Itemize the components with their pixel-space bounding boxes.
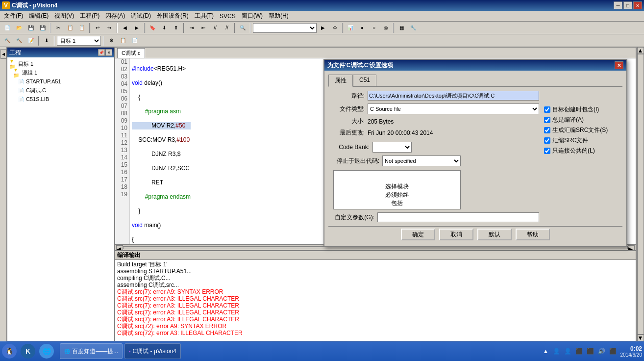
save-btn[interactable]: 💾 [25, 23, 36, 33]
settings-btn[interactable]: ⚙ [329, 23, 340, 33]
cut-btn[interactable]: ✂ [53, 23, 64, 33]
translate-btn[interactable]: 📝 [25, 35, 36, 46]
panel-close-btn[interactable]: ✕ [105, 49, 112, 56]
menu-window[interactable]: 窗口(W) [239, 11, 266, 21]
tree-file-startup[interactable]: 📄 STARTUP.A51 [9, 77, 112, 86]
menu-view[interactable]: 视图(V) [51, 11, 77, 21]
file-type-select[interactable]: C Source file [368, 103, 539, 114]
code-bank-select[interactable] [372, 142, 412, 153]
checkbox-always-compile[interactable] [544, 117, 550, 123]
taskbar-arrow-icon[interactable]: ▲ [543, 348, 549, 355]
options-target-btn[interactable]: 📋 [118, 35, 128, 46]
scroll-right-btn[interactable]: ▶ [628, 245, 635, 250]
taskbar-icon-browser[interactable]: 🌐 [39, 344, 54, 359]
exit-code-select[interactable]: Not specified [382, 155, 461, 166]
taskbar-icon-qq[interactable]: 🐧 [2, 344, 17, 359]
taskbar-app-baidu[interactable]: 🌐 百度知道——提... [60, 343, 123, 359]
scroll-left-btn[interactable]: ◀ [116, 245, 123, 250]
dialog-help-btn[interactable]: 帮助 [516, 229, 550, 240]
comment-btn[interactable]: // [210, 23, 221, 33]
taskbar-icon-k[interactable]: K [21, 344, 35, 359]
find-btn[interactable]: 🔍 [237, 23, 248, 33]
menu-svcs[interactable]: SVCS [217, 12, 239, 21]
indent-btn[interactable]: ⇥ [186, 23, 197, 33]
navigate-fwd-btn[interactable]: ▶ [131, 23, 142, 33]
menu-flash[interactable]: 闪存(A) [102, 11, 128, 21]
close-button[interactable]: ✕ [633, 1, 642, 9]
view-btn[interactable]: ▦ [396, 23, 407, 33]
sep12 [103, 36, 104, 46]
checkbox-asm-src[interactable] [544, 137, 550, 144]
open-btn[interactable]: 📂 [14, 23, 25, 33]
tree-root[interactable]: ▼📁 目标 1 [9, 59, 112, 68]
save-all-btn[interactable]: 💾 [37, 23, 48, 33]
checkbox-link-public[interactable] [544, 148, 550, 154]
navigate-back-btn[interactable]: ◀ [120, 23, 130, 33]
file-options-dialog[interactable]: 为文件'C调试.C'设置选项 ✕ 属性 C51 路径: 文件类型: [323, 59, 627, 247]
bookmark-next-btn[interactable]: ⬇ [159, 23, 170, 33]
build-output-content[interactable]: Build target '目标 1' assembling STARTUP.A… [115, 260, 636, 341]
menu-edit[interactable]: 编辑(E) [26, 11, 51, 21]
taskbar-volume-icon[interactable]: 🔊 [598, 348, 605, 355]
search-select[interactable] [253, 23, 317, 33]
logic-btn[interactable]: ○ [369, 23, 379, 33]
search-go-btn[interactable]: ▶ [318, 23, 328, 33]
side-btn-1[interactable]: ◀ [0, 49, 6, 59]
copy-btn[interactable]: 📋 [65, 23, 75, 33]
tree-file-main[interactable]: 📄 C调试.C [9, 86, 112, 95]
target-select[interactable]: 目标 1 [57, 36, 101, 46]
download-btn[interactable]: ⬇ [41, 35, 52, 46]
build-all-btn[interactable]: 🔨 [14, 35, 25, 46]
menu-bar: 文件(F) 编辑(E) 视图(V) 工程(P) 闪存(A) 调试(D) 外围设备… [0, 11, 644, 22]
options-btn[interactable]: 🔧 [408, 23, 419, 33]
maximize-button[interactable]: □ [623, 1, 632, 9]
dialog-cancel-btn[interactable]: 取消 [439, 229, 473, 240]
bookmark-btn[interactable]: 🔖 [147, 23, 158, 33]
menu-file[interactable]: 文件(F) [1, 11, 26, 21]
manage-btn[interactable]: ⚙ [106, 35, 117, 46]
checkbox-gen-src[interactable] [544, 127, 550, 133]
monitor-btn[interactable]: 📊 [345, 23, 356, 33]
path-input[interactable] [368, 91, 539, 101]
checkbox-always-compile-label: 总是编译(A) [552, 116, 584, 124]
perf-btn[interactable]: ● [357, 23, 368, 33]
vscroll-track[interactable] [637, 54, 644, 335]
power-btn[interactable]: ◎ [380, 23, 391, 33]
tree-file-main-label: C调试.C [26, 87, 46, 94]
dialog-tab-properties[interactable]: 属性 [328, 75, 353, 87]
options-file-btn[interactable]: 📄 [129, 35, 140, 46]
vscroll-up-btn[interactable]: ▲ [637, 47, 644, 54]
menu-help[interactable]: 帮助(H) [266, 11, 292, 21]
outdent-btn[interactable]: ⇤ [198, 23, 209, 33]
paste-btn[interactable]: 📋 [76, 23, 87, 33]
panel-pin-btn[interactable]: 📌 [98, 49, 105, 56]
dialog-tab-c51[interactable]: C51 [353, 75, 376, 86]
menu-peripherals[interactable]: 外围设备(R) [154, 11, 192, 21]
build-btn[interactable]: 🔨 [2, 35, 13, 46]
module-textarea: 选择模块必须始终包括 [333, 170, 461, 209]
build-line-1: Build target '目标 1' [117, 261, 634, 268]
build-line-3: compiling C调试.C... [117, 275, 634, 282]
bookmark-prev-btn[interactable]: ⬆ [171, 23, 181, 33]
dialog-default-btn[interactable]: 默认 [477, 229, 512, 240]
uncomment-btn[interactable]: // [222, 23, 232, 33]
undo-btn[interactable]: ↩ [92, 23, 103, 33]
minimize-button[interactable]: ─ [614, 1, 622, 9]
menu-tools[interactable]: 工具(T) [192, 11, 217, 21]
taskbar-app-uvision[interactable]: ▪ C调试 - μVision4 [124, 343, 181, 359]
dialog-ok-btn[interactable]: 确定 [401, 229, 435, 240]
menu-debug[interactable]: 调试(D) [128, 11, 154, 21]
code-content[interactable]: #include<REG51.H> void delay() { #pragma… [130, 58, 193, 244]
editor-tab-main[interactable]: C调试.c [117, 48, 145, 58]
dialog-close-btn[interactable]: ✕ [615, 61, 623, 69]
new-file-btn[interactable]: 📄 [2, 23, 13, 33]
line-numbers: 01 02 03 04 05 06 07 08 09 10 11 12 13 1… [115, 58, 130, 244]
tree-file-lib[interactable]: 📄 C51S.LIB [9, 95, 112, 103]
redo-btn[interactable]: ↪ [104, 23, 115, 33]
tree-group[interactable]: ▼📁 源组 1 [9, 68, 112, 77]
menu-project[interactable]: 工程(P) [77, 11, 102, 21]
custom-param-input[interactable] [377, 212, 539, 222]
checkbox-include[interactable] [544, 106, 550, 113]
vscroll-down-btn[interactable]: ▼ [637, 335, 644, 341]
module-note-text: 选择模块必须始终包括 [336, 182, 458, 207]
